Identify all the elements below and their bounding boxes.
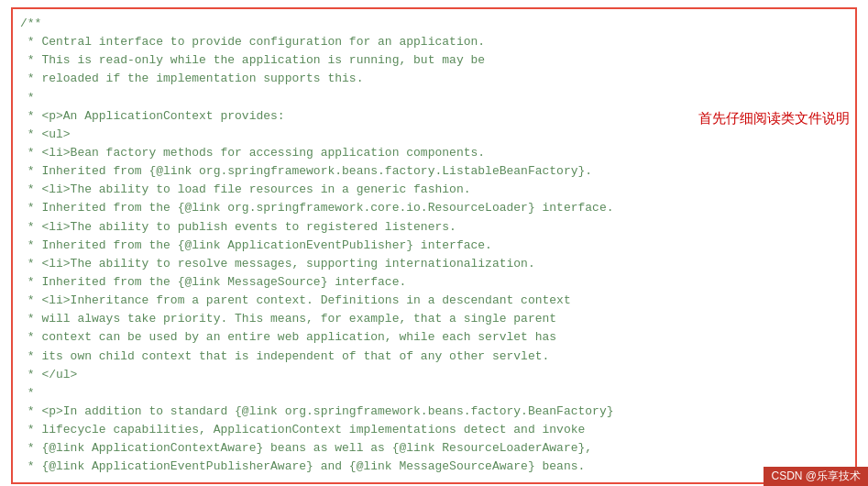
code-line-13: * Inherited from the {@link ApplicationE…	[20, 237, 848, 255]
code-line-10: * <li>The ability to load file resources…	[20, 181, 848, 199]
code-line-19: * its own child context that is independ…	[20, 348, 848, 366]
code-line-5: *	[20, 89, 848, 107]
code-line-15: * Inherited from the {@link MessageSourc…	[20, 273, 848, 292]
code-line-3: * This is read-only while the applicatio…	[20, 51, 848, 70]
code-line-9: * Inherited from {@link org.springframew…	[20, 162, 848, 181]
code-line-14: * <li>The ability to resolve messages, s…	[20, 255, 848, 273]
code-line-20: * </ul>	[20, 366, 848, 384]
code-line-23: * lifecycle capabilities, ApplicationCon…	[20, 421, 848, 439]
bottom-bar: CSDN @乐享技术	[764, 467, 868, 486]
code-line-25: * {@link ApplicationEventPublisherAware}…	[20, 458, 848, 476]
code-line-1: /**	[20, 15, 848, 33]
code-line-7: * <ul>	[20, 126, 848, 144]
code-line-11: * Inherited from the {@link org.springfr…	[20, 199, 848, 217]
sidebar-label: 首先仔细阅读类文件说明	[698, 110, 850, 127]
code-line-24: * {@link ApplicationContextAware} beans …	[20, 439, 848, 458]
code-area: /** * Central interface to provide confi…	[0, 0, 868, 486]
code-line-8: * <li>Bean factory methods for accessing…	[20, 144, 848, 162]
code-line-4: * reloaded if the implementation support…	[20, 70, 848, 88]
code-line-22: * <p>In addition to standard {@link org.…	[20, 403, 848, 421]
code-line-2: * Central interface to provide configura…	[20, 33, 848, 51]
code-line-21: *	[20, 384, 848, 403]
code-line-16: * <li>Inheritance from a parent context.…	[20, 292, 848, 310]
code-line-17: * will always take priority. This means,…	[20, 310, 848, 328]
highlighted-block: /** * Central interface to provide confi…	[11, 7, 857, 484]
code-line-12: * <li>The ability to publish events to r…	[20, 218, 848, 237]
main-container: /** * Central interface to provide confi…	[0, 0, 868, 486]
code-line-18: * context can be used by an entire web a…	[20, 328, 848, 347]
